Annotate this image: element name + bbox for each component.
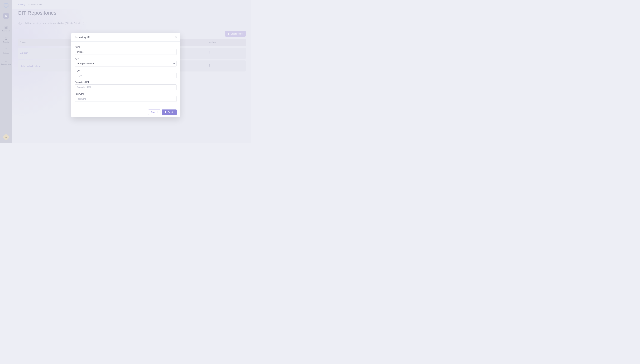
close-icon — [174, 36, 177, 38]
modal-footer: Cancel Create — [71, 107, 180, 118]
close-button[interactable] — [174, 36, 177, 39]
password-input[interactable] — [75, 96, 177, 102]
create-button-label: Create — [168, 111, 174, 114]
modal-title: Repository URL — [75, 36, 92, 38]
create-repo-modal: Repository URL Name Type Login — [71, 33, 180, 118]
create-button[interactable]: Create — [162, 110, 177, 115]
cancel-button[interactable]: Cancel — [148, 110, 160, 115]
login-input[interactable] — [75, 73, 177, 78]
type-select[interactable] — [75, 61, 177, 66]
repo-url-input[interactable] — [75, 84, 177, 90]
modal-header: Repository URL — [71, 33, 180, 42]
plus-icon — [164, 112, 166, 113]
type-label: Type — [75, 58, 177, 60]
name-label: Name — [75, 46, 177, 48]
modal-overlay[interactable]: Repository URL Name Type Login — [0, 0, 252, 143]
login-label: Login — [75, 69, 177, 72]
modal-body: Name Type Login Repository URL Password — [71, 42, 180, 107]
name-input[interactable] — [75, 49, 177, 55]
repo-url-label: Repository URL — [75, 81, 177, 84]
password-label: Password — [75, 93, 177, 95]
